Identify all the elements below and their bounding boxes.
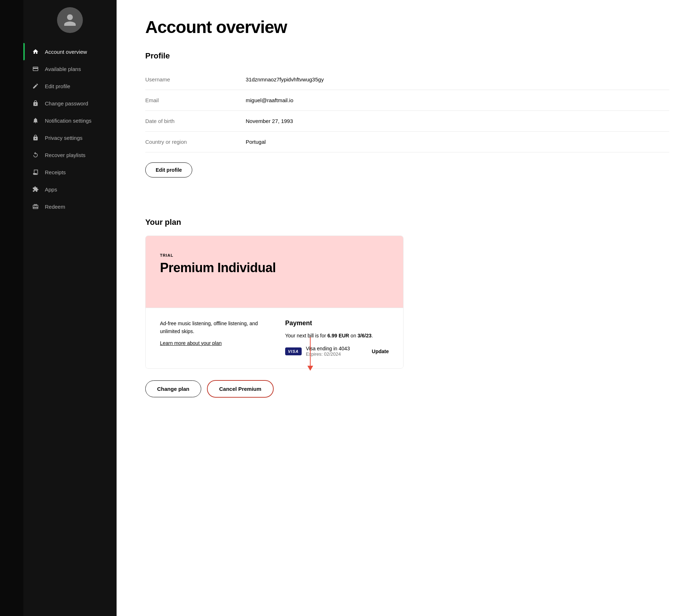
plan-features: Ad-free music listening, offline listeni… [160,319,264,357]
sidebar-item-available-plans[interactable]: Available plans [23,60,117,77]
features-text: Ad-free music listening, offline listeni… [160,319,264,336]
card-info: Visa ending in 4043 Expires: 02/2024 [306,346,368,357]
action-buttons: Change plan Cancel Premium [145,380,404,398]
recover-icon [32,151,39,158]
annotation-arrow [307,337,313,371]
bill-prefix: Your next bill is for [285,333,327,338]
card-expires: Expires: 02/2024 [306,351,368,357]
sidebar-label-change-password: Change password [45,100,88,106]
payment-bill: Your next bill is for 6.99 EUR on 3/6/23… [285,333,389,338]
payment-card-row: VISA Visa ending in 4043 Expires: 02/202… [285,346,389,357]
sidebar-item-receipts[interactable]: Receipts [23,164,117,181]
cancel-premium-button[interactable]: Cancel Premium [207,380,274,398]
plan-section-title: Your plan [145,218,669,227]
country-value: Portugal [246,139,266,145]
sidebar-nav: Account overview Available plans Edit pr… [23,43,117,215]
email-label: Email [145,97,246,103]
profile-row-country: Country or region Portugal [145,132,669,152]
bill-amount: 6.99 EUR [327,333,349,338]
dob-value: November 27, 1993 [246,118,293,124]
sidebar-label-notification-settings: Notification settings [45,118,91,124]
sidebar: Account overview Available plans Edit pr… [23,0,117,616]
update-payment-link[interactable]: Update [372,349,389,354]
sidebar-label-apps: Apps [45,186,57,193]
username-label: Username [145,76,246,82]
arrow-head [307,366,313,371]
card-icon [32,65,39,72]
sidebar-label-privacy-settings: Privacy settings [45,135,82,141]
left-dark-panel [0,0,23,616]
receipt-icon [32,169,39,176]
user-avatar-icon [63,13,77,27]
learn-more-link[interactable]: Learn more about your plan [160,340,222,346]
home-icon [32,48,39,55]
lock-icon [32,100,39,107]
privacy-lock-icon [32,134,39,141]
plan-card-header: TRIAL Premium Individual [146,236,403,308]
dob-label: Date of birth [145,118,246,124]
sidebar-label-receipts: Receipts [45,169,66,175]
sidebar-item-edit-profile[interactable]: Edit profile [23,77,117,95]
bill-date: 3/6/23 [358,333,372,338]
sidebar-item-account-overview[interactable]: Account overview [23,43,117,60]
sidebar-item-recover-playlists[interactable]: Recover playlists [23,146,117,164]
bill-middle: on [349,333,357,338]
sidebar-item-apps[interactable]: Apps [23,181,117,198]
plan-name: Premium Individual [160,260,389,275]
sidebar-item-redeem[interactable]: Redeem [23,198,117,215]
visa-logo: VISA [285,347,302,355]
plan-card: TRIAL Premium Individual Ad-free music l… [145,236,404,369]
profile-row-dob: Date of birth November 27, 1993 [145,111,669,132]
sidebar-label-redeem: Redeem [45,204,65,210]
arrow-line [310,337,311,366]
sidebar-label-account-overview: Account overview [45,49,87,55]
card-name: Visa ending in 4043 [306,346,368,351]
plan-payment: Payment Your next bill is for 6.99 EUR o… [285,319,389,357]
email-value: miguel@raaftmail.io [246,97,293,103]
profile-section-title: Profile [145,51,669,61]
payment-title: Payment [285,319,389,327]
sidebar-item-privacy-settings[interactable]: Privacy settings [23,129,117,146]
page-title: Account overview [145,17,669,37]
profile-row-email: Email miguel@raaftmail.io [145,90,669,111]
change-plan-button[interactable]: Change plan [145,380,201,397]
plan-card-body: Ad-free music listening, offline listeni… [146,308,403,368]
bell-icon [32,117,39,124]
pencil-icon [32,82,39,90]
sidebar-label-recover-playlists: Recover playlists [45,152,85,158]
sidebar-item-change-password[interactable]: Change password [23,95,117,112]
sidebar-item-notification-settings[interactable]: Notification settings [23,112,117,129]
country-label: Country or region [145,139,246,145]
trial-label: TRIAL [160,253,389,257]
main-content: Account overview Profile Username 31dznm… [117,0,698,616]
puzzle-icon [32,186,39,193]
edit-profile-button[interactable]: Edit profile [145,162,192,177]
username-value: 31dznmnaoz7fypidvhftvwug35gy [246,76,324,82]
avatar [57,7,83,33]
sidebar-label-available-plans: Available plans [45,66,81,72]
profile-row-username: Username 31dznmnaoz7fypidvhftvwug35gy [145,69,669,90]
redeem-icon [32,203,39,210]
sidebar-label-edit-profile: Edit profile [45,83,70,89]
bill-suffix: . [372,333,373,338]
cancel-button-wrapper: Cancel Premium [207,380,274,398]
